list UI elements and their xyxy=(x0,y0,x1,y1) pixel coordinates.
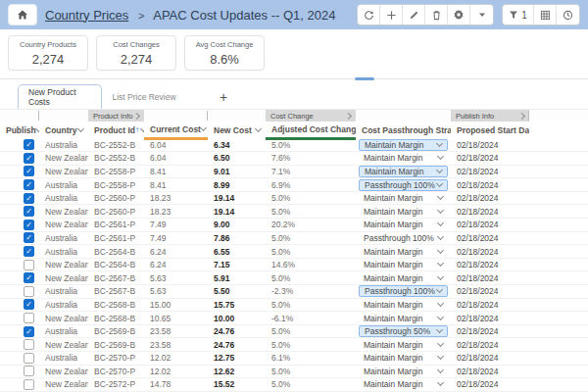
strategy-select[interactable]: Maintain Margin xyxy=(359,378,448,390)
strategy-select[interactable]: Maintain Margin xyxy=(359,272,448,284)
proposed-start-date-cell[interactable]: 02/18/2024 xyxy=(451,219,529,232)
new-cost-cell[interactable]: 19.14 xyxy=(208,205,266,219)
new-cost-cell[interactable]: 8.99 xyxy=(208,178,266,192)
publish-checkbox[interactable] xyxy=(24,353,34,364)
proposed-start-date-cell[interactable]: 02/18/2024 xyxy=(451,271,529,285)
horizontal-scroll-indicator[interactable] xyxy=(355,77,374,80)
strategy-select[interactable]: Maintain Margin xyxy=(359,352,448,364)
publish-checkbox[interactable] xyxy=(24,286,34,297)
new-cost-cell[interactable]: 5.91 xyxy=(208,271,266,285)
publish-checkbox[interactable]: ✓ xyxy=(24,246,34,257)
publish-checkbox[interactable] xyxy=(24,379,34,390)
new-cost-cell[interactable]: 12.62 xyxy=(208,365,266,378)
publish-checkbox[interactable]: ✓ xyxy=(24,206,34,217)
delete-button[interactable] xyxy=(425,5,448,24)
publish-checkbox[interactable]: ✓ xyxy=(24,193,34,204)
more-actions-button[interactable] xyxy=(470,5,493,24)
proposed-start-date-cell[interactable]: 02/18/2024 xyxy=(451,378,529,392)
strategy-select[interactable]: Maintain Margin xyxy=(359,246,448,258)
edit-button[interactable] xyxy=(403,5,425,24)
header-proposed-start-date[interactable]: Proposed Start Date xyxy=(451,122,529,138)
strategy-select[interactable]: Maintain Margin xyxy=(359,259,448,270)
new-cost-cell[interactable]: 6.34 xyxy=(208,138,266,152)
proposed-start-date-cell[interactable]: 02/18/2024 xyxy=(451,231,529,245)
strategy-select[interactable]: Maintain Margin xyxy=(359,339,448,351)
new-cost-cell[interactable]: 15.75 xyxy=(208,298,266,312)
tab-new-product-costs[interactable]: New Product Costs xyxy=(18,84,102,109)
publish-checkbox[interactable]: ✓ xyxy=(24,272,34,283)
proposed-start-date-cell[interactable]: 02/18/2024 xyxy=(451,352,529,366)
history-button[interactable] xyxy=(557,5,579,24)
header-product-id[interactable]: Product Id↑ xyxy=(88,122,144,138)
group-pill-publish-info[interactable]: Publish Info xyxy=(451,110,529,122)
publish-checkbox[interactable]: ✓ xyxy=(24,232,34,243)
proposed-start-date-cell[interactable]: 02/18/2024 xyxy=(451,365,529,378)
header-country[interactable]: Country xyxy=(39,122,88,138)
publish-checkbox[interactable]: ✓ xyxy=(24,139,34,150)
publish-checkbox[interactable]: ✓ xyxy=(24,153,34,164)
new-cost-cell[interactable]: 7.15 xyxy=(208,258,266,271)
publish-checkbox[interactable] xyxy=(24,366,34,376)
new-cost-cell[interactable]: 12.75 xyxy=(208,352,266,366)
proposed-start-date-cell[interactable]: 02/18/2024 xyxy=(451,152,529,166)
group-pill-cost-change[interactable]: Cost Change xyxy=(266,110,356,122)
proposed-start-date-cell[interactable]: 02/18/2024 xyxy=(451,312,529,325)
proposed-start-date-cell[interactable]: 02/18/2024 xyxy=(451,178,529,192)
strategy-select[interactable]: Passthrough 100% xyxy=(359,285,448,297)
new-cost-cell[interactable]: 15.52 xyxy=(208,378,266,392)
strategy-select[interactable]: Passthrough 100% xyxy=(359,232,448,244)
proposed-start-date-cell[interactable]: 02/18/2024 xyxy=(451,258,529,271)
tab-list-price-review[interactable]: List Price Review xyxy=(102,84,186,109)
grid-view-button[interactable] xyxy=(534,5,557,24)
strategy-select[interactable]: Maintain Margin xyxy=(359,219,448,230)
new-cost-cell[interactable]: 24.76 xyxy=(208,338,266,352)
header-new-cost[interactable]: New Cost xyxy=(208,122,266,138)
strategy-select[interactable]: Maintain Margin xyxy=(359,299,448,311)
refresh-button[interactable] xyxy=(358,5,380,24)
proposed-start-date-cell[interactable]: 02/18/2024 xyxy=(451,298,529,312)
group-pill-product-info[interactable]: Product Info xyxy=(88,110,144,122)
publish-checkbox[interactable]: ✓ xyxy=(24,166,34,176)
header-cost-passthrough-strategy[interactable]: Cost Passthrough Strategy xyxy=(356,122,451,138)
home-button[interactable] xyxy=(8,4,37,25)
strategy-select[interactable]: Maintain Margin xyxy=(359,166,448,177)
publish-checkbox[interactable]: ✓ xyxy=(24,220,34,230)
proposed-start-date-cell[interactable]: 02/18/2024 xyxy=(451,138,529,152)
new-cost-cell[interactable]: 5.50 xyxy=(208,285,266,299)
strategy-select[interactable]: Passthrough 50% xyxy=(359,325,448,337)
proposed-start-date-cell[interactable]: 02/18/2024 xyxy=(451,205,529,219)
header-current-cost[interactable]: Current Cost xyxy=(144,122,208,138)
proposed-start-date-cell[interactable]: 02/18/2024 xyxy=(451,191,529,205)
add-button[interactable] xyxy=(380,5,403,24)
proposed-start-date-cell[interactable]: 02/18/2024 xyxy=(451,245,529,259)
strategy-select[interactable]: Maintain Margin xyxy=(359,139,448,151)
filter-button[interactable]: 1 xyxy=(503,5,534,24)
strategy-select[interactable]: Maintain Margin xyxy=(359,152,448,164)
publish-checkbox[interactable] xyxy=(24,260,34,270)
publish-checkbox[interactable]: ✓ xyxy=(24,179,34,190)
header-publish[interactable]: Publish xyxy=(0,122,39,138)
publish-checkbox[interactable]: ✓ xyxy=(24,299,34,310)
new-cost-cell[interactable]: 6.50 xyxy=(208,152,266,166)
strategy-select[interactable]: Maintain Margin xyxy=(359,192,448,204)
new-cost-cell[interactable]: 9.00 xyxy=(208,219,266,232)
new-cost-cell[interactable]: 6.55 xyxy=(208,245,266,259)
settings-button[interactable] xyxy=(448,5,470,24)
header-adjusted-cost-change[interactable]: Adjusted Cost Change xyxy=(266,122,356,138)
new-cost-cell[interactable]: 19.14 xyxy=(208,191,266,205)
publish-checkbox[interactable] xyxy=(24,313,34,323)
strategy-select[interactable]: Maintain Margin xyxy=(359,206,448,218)
strategy-select[interactable]: Maintain Margin xyxy=(359,313,448,324)
publish-checkbox[interactable]: ✓ xyxy=(24,326,34,337)
publish-checkbox[interactable] xyxy=(24,339,34,350)
new-cost-cell[interactable]: 10.00 xyxy=(208,312,266,325)
new-cost-cell[interactable]: 24.76 xyxy=(208,324,266,338)
breadcrumb-link[interactable]: Country Prices xyxy=(45,8,128,23)
proposed-start-date-cell[interactable]: 02/18/2024 xyxy=(451,324,529,338)
proposed-start-date-cell[interactable]: 02/18/2024 xyxy=(451,285,529,299)
proposed-start-date-cell[interactable]: 02/18/2024 xyxy=(451,338,529,352)
new-cost-cell[interactable]: 7.86 xyxy=(208,231,266,245)
strategy-select[interactable]: Maintain Margin xyxy=(359,366,448,377)
proposed-start-date-cell[interactable]: 02/18/2024 xyxy=(451,165,529,178)
add-tab-button[interactable]: + xyxy=(214,84,233,109)
